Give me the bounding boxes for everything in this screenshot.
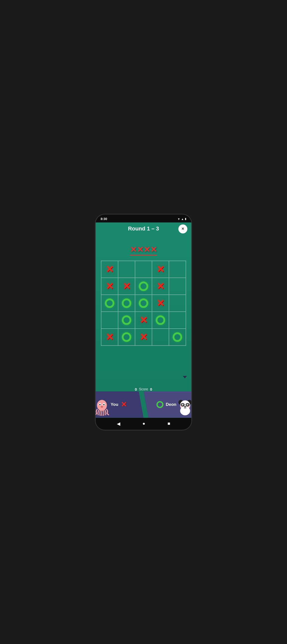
board-cell-6[interactable]: ✕ bbox=[118, 278, 135, 295]
x-mark: ✕ bbox=[156, 298, 164, 308]
board-cell-11[interactable] bbox=[118, 295, 135, 312]
battery-icon: ▮ bbox=[185, 217, 186, 220]
board-container: ✕✕✕✕✕✕✕✕✕ bbox=[101, 260, 186, 346]
board-cell-18[interactable] bbox=[152, 312, 169, 328]
o-mark bbox=[173, 332, 182, 342]
svg-point-5 bbox=[101, 406, 103, 408]
board-cell-15[interactable] bbox=[101, 312, 118, 328]
turn-indicator: ✕✕✕✕ bbox=[130, 245, 157, 256]
board-cell-9[interactable] bbox=[169, 278, 186, 295]
board-cell-23[interactable] bbox=[152, 328, 169, 346]
svg-point-14 bbox=[182, 404, 183, 406]
turn-x-symbols: ✕✕✕✕ bbox=[130, 245, 157, 254]
score-bar: 0 Score 0 bbox=[96, 387, 191, 392]
x-mark: ✕ bbox=[106, 282, 114, 291]
board-cell-21[interactable] bbox=[118, 328, 135, 346]
x-mark: ✕ bbox=[156, 264, 164, 274]
game-board: ✕✕✕✕✕✕✕✕✕ bbox=[101, 260, 186, 346]
close-button[interactable]: × bbox=[178, 224, 187, 234]
board-cell-24[interactable] bbox=[169, 328, 186, 346]
dropdown-area[interactable] bbox=[183, 376, 187, 378]
player1-score: 0 bbox=[135, 387, 137, 392]
close-icon: × bbox=[182, 226, 184, 232]
o-mark bbox=[139, 298, 148, 308]
board-cell-13[interactable]: ✕ bbox=[152, 295, 169, 312]
player2-score: 0 bbox=[150, 387, 152, 392]
o-mark bbox=[139, 282, 148, 291]
board-cell-8[interactable]: ✕ bbox=[152, 278, 169, 295]
score-label: Score bbox=[139, 387, 148, 391]
svg-point-18 bbox=[188, 406, 190, 408]
board-cell-16[interactable] bbox=[118, 312, 135, 328]
o-mark bbox=[122, 332, 131, 342]
svg-point-4 bbox=[104, 404, 105, 405]
svg-point-17 bbox=[180, 406, 182, 408]
status-icons: ▼ ▲ ▮ bbox=[178, 217, 186, 220]
board-cell-2[interactable] bbox=[135, 261, 152, 278]
status-time: 8:30 bbox=[101, 217, 107, 221]
octopus-avatar bbox=[96, 398, 110, 416]
signal-icon: ▲ bbox=[181, 218, 184, 220]
o-mark bbox=[105, 298, 114, 308]
board-cell-5[interactable]: ✕ bbox=[101, 278, 118, 295]
svg-point-15 bbox=[187, 404, 188, 406]
panda-avatar bbox=[176, 398, 191, 416]
game-header: Round 1 – 3 × bbox=[96, 222, 191, 235]
round-title: Round 1 – 3 bbox=[128, 226, 159, 232]
player-deon-panel: Deon bbox=[144, 392, 191, 418]
x-mark: ✕ bbox=[140, 332, 148, 342]
turn-symbols: ✕✕✕✕ bbox=[130, 245, 157, 256]
board-cell-20[interactable]: ✕ bbox=[101, 328, 118, 346]
board-cell-19[interactable] bbox=[169, 312, 186, 328]
player-you-symbol: ✕ bbox=[121, 400, 126, 408]
chevron-down-icon bbox=[183, 376, 187, 378]
board-cell-0[interactable]: ✕ bbox=[101, 261, 118, 278]
board-cell-12[interactable] bbox=[135, 295, 152, 312]
nav-bar: ◀ ● ■ bbox=[96, 418, 191, 430]
player-bar: You ✕ Deon bbox=[96, 392, 191, 418]
board-cell-22[interactable]: ✕ bbox=[135, 328, 152, 346]
x-mark: ✕ bbox=[106, 332, 114, 342]
home-button[interactable]: ● bbox=[142, 421, 145, 426]
back-button[interactable]: ◀ bbox=[117, 421, 120, 426]
player-deon-name: Deon bbox=[166, 402, 177, 407]
x-mark: ✕ bbox=[156, 282, 164, 291]
o-mark bbox=[122, 298, 131, 308]
board-cell-4[interactable] bbox=[169, 261, 186, 278]
svg-point-0 bbox=[97, 400, 107, 411]
board-cell-14[interactable] bbox=[169, 295, 186, 312]
x-mark: ✕ bbox=[122, 282, 130, 291]
o-mark bbox=[156, 316, 165, 325]
phone-frame: 8:30 ▼ ▲ ▮ Round 1 – 3 × ✕✕✕✕ ✕✕✕✕✕✕✕✕✕ bbox=[95, 214, 192, 430]
board-cell-1[interactable] bbox=[118, 261, 135, 278]
wifi-icon: ▼ bbox=[178, 218, 180, 220]
recent-button[interactable]: ■ bbox=[168, 421, 170, 426]
player-you-panel: You ✕ bbox=[96, 392, 144, 418]
board-cell-3[interactable]: ✕ bbox=[152, 261, 169, 278]
svg-point-16 bbox=[184, 406, 186, 408]
svg-point-3 bbox=[100, 404, 101, 405]
x-mark: ✕ bbox=[106, 264, 114, 274]
game-area: Round 1 – 3 × ✕✕✕✕ ✕✕✕✕✕✕✕✕✕ 0 Score 0 bbox=[96, 222, 191, 418]
board-cell-17[interactable]: ✕ bbox=[135, 312, 152, 328]
board-cell-7[interactable] bbox=[135, 278, 152, 295]
x-mark: ✕ bbox=[140, 316, 148, 325]
player-deon-symbol bbox=[156, 401, 164, 408]
player-you-name: You bbox=[110, 402, 118, 407]
board-cell-10[interactable] bbox=[101, 295, 118, 312]
o-mark bbox=[122, 316, 131, 325]
status-bar: 8:30 ▼ ▲ ▮ bbox=[96, 214, 191, 222]
